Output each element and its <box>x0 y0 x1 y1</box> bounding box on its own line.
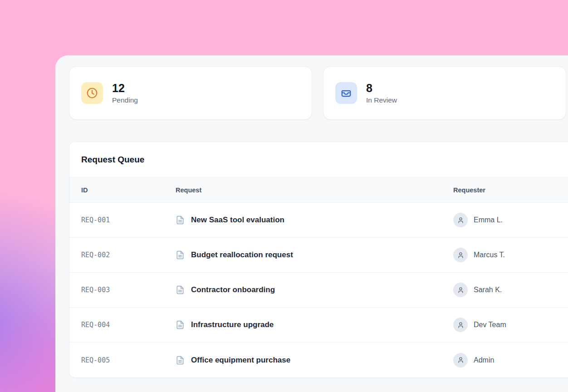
clock-icon <box>81 82 103 104</box>
stat-text-in-review: 8 In Review <box>366 82 397 104</box>
column-header-request: Request <box>176 186 453 194</box>
request-title: New SaaS tool evaluation <box>191 216 284 225</box>
file-text-icon <box>176 285 185 294</box>
file-text-icon <box>176 356 185 365</box>
request-cell: Contractor onboarding <box>176 285 453 294</box>
file-text-icon <box>176 250 185 260</box>
stat-card-pending: 12 Pending <box>69 66 312 120</box>
requester-cell: Emma L. <box>453 213 568 227</box>
column-header-id: ID <box>69 186 176 194</box>
request-id-cell: REQ-005 <box>69 356 176 364</box>
table-row[interactable]: REQ-004 Infrastructure upgrade <box>69 308 568 343</box>
stat-text-pending: 12 Pending <box>112 82 138 104</box>
request-id-cell: REQ-001 <box>69 216 176 224</box>
in-review-label: In Review <box>366 96 397 104</box>
requester-cell: Admin <box>453 353 568 368</box>
requester-name: Dev Team <box>474 321 506 329</box>
column-header-requester: Requester <box>453 186 568 194</box>
table-row[interactable]: REQ-002 Budget reallocation request <box>69 238 568 273</box>
stat-card-in-review: 8 In Review <box>323 66 566 120</box>
request-queue-card: Request Queue ID Request Requester REQ-0… <box>69 142 568 378</box>
request-id: REQ-003 <box>81 286 110 294</box>
requester-cell: Marcus T. <box>453 248 568 262</box>
file-text-icon <box>176 320 185 329</box>
request-title: Office equipment purchase <box>191 356 290 365</box>
table-header-row: ID Request Requester <box>69 177 568 203</box>
requester-cell: Sarah K. <box>453 283 568 297</box>
user-avatar-icon <box>453 283 468 297</box>
user-avatar-icon <box>453 213 468 227</box>
user-avatar-icon <box>453 318 468 332</box>
inbox-icon <box>335 82 357 104</box>
user-avatar-icon <box>453 353 468 368</box>
request-cell: Office equipment purchase <box>176 356 453 365</box>
pending-label: Pending <box>112 96 138 104</box>
in-review-count: 8 <box>366 82 397 95</box>
table-row[interactable]: REQ-003 Contractor onboarding <box>69 273 568 308</box>
request-cell: New SaaS tool evaluation <box>176 216 453 225</box>
request-title: Contractor onboarding <box>191 285 275 294</box>
stats-row: 12 Pending 8 In Review <box>69 66 568 120</box>
table-title: Request Queue <box>69 142 568 177</box>
request-title: Infrastructure upgrade <box>191 320 274 329</box>
dashboard-panel: 12 Pending 8 In Review Request Queue ID … <box>55 55 568 392</box>
requester-cell: Dev Team <box>453 318 568 332</box>
file-text-icon <box>176 216 185 225</box>
request-id: REQ-004 <box>81 321 110 329</box>
request-id: REQ-002 <box>81 251 110 259</box>
table-row[interactable]: REQ-001 New SaaS tool evaluation <box>69 203 568 238</box>
request-id-cell: REQ-003 <box>69 286 176 294</box>
requester-name: Admin <box>474 356 494 364</box>
request-cell: Budget reallocation request <box>176 250 453 260</box>
request-id: REQ-001 <box>81 216 110 224</box>
request-id: REQ-005 <box>81 356 110 364</box>
request-title: Budget reallocation request <box>191 250 293 260</box>
table-row[interactable]: REQ-005 Office equipment purchase <box>69 343 568 377</box>
request-id-cell: REQ-004 <box>69 321 176 329</box>
requester-name: Emma L. <box>474 216 503 224</box>
request-id-cell: REQ-002 <box>69 251 176 259</box>
requester-name: Marcus T. <box>474 251 505 259</box>
requester-name: Sarah K. <box>474 286 502 294</box>
request-cell: Infrastructure upgrade <box>176 320 453 329</box>
pending-count: 12 <box>112 82 138 95</box>
user-avatar-icon <box>453 248 468 262</box>
